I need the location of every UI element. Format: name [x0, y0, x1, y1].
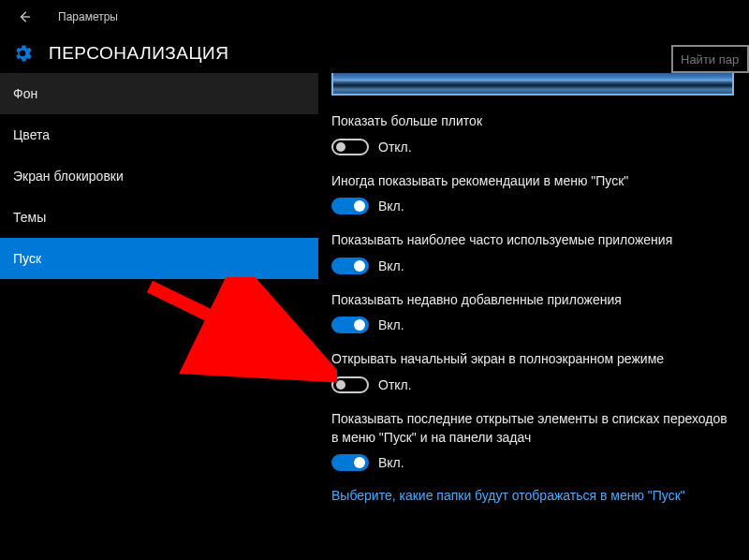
toggle-jumplists[interactable] [331, 454, 369, 471]
toggle-row: Откл. [331, 139, 749, 155]
setting-jumplists: Показывать последние открытые элементы в… [331, 410, 749, 471]
sidebar-item-label: Экран блокировки [13, 169, 124, 184]
setting-label: Показать больше плиток [331, 112, 734, 131]
toggle-row: Вкл. [331, 454, 749, 471]
setting-label: Показывать наиболее часто используемые п… [331, 231, 734, 250]
setting-label: Открывать начальный экран в полноэкранно… [331, 350, 734, 369]
setting-suggestions: Иногда показывать рекомендации в меню "П… [331, 172, 749, 215]
sidebar-item-label: Цвета [13, 127, 50, 142]
sidebar-item-start[interactable]: Пуск [0, 238, 318, 279]
toggle-most-used[interactable] [331, 258, 369, 274]
content: Фон Цвета Экран блокировки Темы Пуск Пок… [0, 73, 749, 560]
setting-label: Иногда показывать рекомендации в меню "П… [331, 172, 734, 191]
setting-label: Показывать последние открытые элементы в… [331, 410, 734, 447]
setting-label: Показывать недавно добавленные приложени… [331, 291, 734, 310]
header: Параметры ПЕРСОНАЛИЗАЦИЯ [0, 0, 749, 73]
choose-folders-link[interactable]: Выберите, какие папки будут отображаться… [331, 488, 749, 503]
setting-recently-added: Показывать недавно добавленные приложени… [331, 291, 749, 334]
toggle-state: Откл. [378, 140, 412, 155]
sidebar: Фон Цвета Экран блокировки Темы Пуск [0, 73, 318, 560]
header-title-row: ПЕРСОНАЛИЗАЦИЯ [0, 34, 749, 73]
toggle-suggestions[interactable] [331, 198, 369, 214]
sidebar-item-background[interactable]: Фон [0, 73, 318, 114]
sidebar-item-colors[interactable]: Цвета [0, 114, 318, 155]
sidebar-item-label: Темы [13, 210, 46, 225]
start-preview-image [331, 73, 734, 96]
setting-more-tiles: Показать больше плиток Откл. [331, 112, 749, 155]
toggle-state: Вкл. [378, 258, 404, 273]
toggle-state: Вкл. [378, 199, 404, 214]
gear-icon [13, 44, 32, 63]
back-button[interactable] [13, 6, 36, 28]
sidebar-item-label: Фон [13, 86, 37, 101]
toggle-more-tiles[interactable] [331, 139, 369, 155]
toggle-row: Вкл. [331, 258, 749, 274]
main-panel: Показать больше плиток Откл. Иногда пока… [318, 73, 749, 560]
setting-fullscreen-start: Открывать начальный экран в полноэкранно… [331, 350, 749, 393]
sidebar-item-themes[interactable]: Темы [0, 197, 318, 238]
arrow-left-icon [18, 10, 31, 23]
toggle-state: Вкл. [378, 455, 404, 470]
toggle-state: Вкл. [378, 317, 404, 332]
setting-most-used: Показывать наиболее часто используемые п… [331, 231, 749, 274]
search-input[interactable] [671, 45, 749, 73]
toggle-row: Вкл. [331, 317, 749, 333]
sidebar-item-label: Пуск [13, 251, 41, 266]
page-title: ПЕРСОНАЛИЗАЦИЯ [49, 43, 228, 64]
sidebar-item-lockscreen[interactable]: Экран блокировки [0, 155, 318, 197]
toggle-row: Вкл. [331, 198, 749, 214]
toggle-fullscreen-start[interactable] [331, 376, 369, 393]
header-top: Параметры [0, 0, 749, 34]
toggle-row: Откл. [331, 376, 749, 393]
breadcrumb: Параметры [58, 10, 118, 23]
toggle-recently-added[interactable] [331, 317, 369, 333]
toggle-state: Откл. [378, 377, 412, 392]
